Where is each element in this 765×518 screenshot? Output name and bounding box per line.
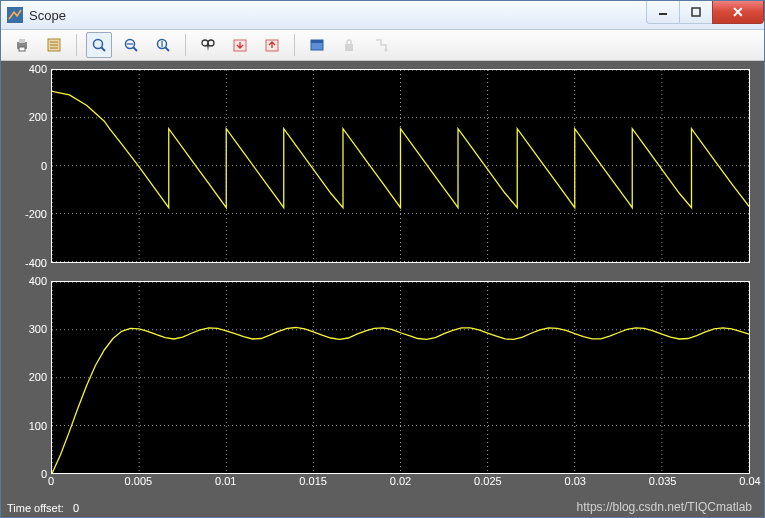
shared-xticks: 00.0050.010.0150.020.0250.030.0350.04 (51, 475, 750, 493)
ytick-label: -200 (11, 208, 47, 220)
xtick-label: 0.005 (125, 475, 153, 487)
svg-rect-24 (345, 44, 353, 51)
axes-2-svg (52, 282, 749, 474)
svg-rect-2 (692, 8, 700, 16)
xtick-label: 0.035 (649, 475, 677, 487)
svg-line-16 (166, 48, 170, 52)
app-icon (7, 7, 23, 23)
toolbar-separator (294, 34, 295, 56)
svg-point-10 (94, 40, 103, 49)
time-offset-label: Time offset: (7, 502, 64, 514)
toolbar-separator (185, 34, 186, 56)
zoom-x-icon[interactable] (118, 32, 144, 58)
titlebar[interactable]: Scope ✕ (1, 1, 764, 30)
xtick-label: 0.03 (565, 475, 586, 487)
window-buttons: ✕ (647, 1, 764, 23)
autoscale-icon[interactable] (195, 32, 221, 58)
time-offset-value: 0 (73, 502, 79, 514)
xtick-label: 0.04 (739, 475, 760, 487)
svg-line-11 (102, 48, 106, 52)
print-icon[interactable] (9, 32, 35, 58)
axes-2-plot[interactable] (51, 281, 750, 475)
ytick-label: 300 (11, 323, 47, 335)
maximize-button[interactable] (679, 1, 713, 24)
ytick-label: 0 (11, 468, 47, 480)
ytick-label: 200 (11, 371, 47, 383)
zoom-icon[interactable] (86, 32, 112, 58)
xtick-label: 0.025 (474, 475, 502, 487)
svg-rect-23 (311, 40, 323, 43)
axes-1: -400-2000200400 (15, 69, 750, 263)
window-title: Scope (29, 8, 66, 23)
svg-point-25 (385, 49, 388, 52)
svg-line-13 (134, 48, 138, 52)
axes-2: 0100200300400 (15, 281, 750, 475)
ytick-label: -400 (11, 257, 47, 269)
svg-rect-0 (7, 7, 23, 23)
ytick-label: 100 (11, 420, 47, 432)
save-axes-icon[interactable] (227, 32, 253, 58)
float-icon[interactable] (304, 32, 330, 58)
xtick-label: 0.02 (390, 475, 411, 487)
axes-2-yticks: 0100200300400 (15, 281, 51, 475)
axes-1-svg (52, 70, 749, 262)
xtick-label: 0.015 (299, 475, 327, 487)
status-bar: Time offset: 0 (7, 502, 79, 514)
zoom-y-icon[interactable] (150, 32, 176, 58)
lock-icon (336, 32, 362, 58)
params-icon[interactable] (41, 32, 67, 58)
scope-window: Scope ✕ (0, 0, 765, 518)
svg-rect-4 (19, 39, 25, 43)
ytick-label: 400 (11, 63, 47, 75)
xtick-label: 0.01 (215, 475, 236, 487)
watermark: https://blog.csdn.net/TIQCmatlab (577, 500, 752, 514)
ytick-label: 400 (11, 275, 47, 287)
signal-select-icon (368, 32, 394, 58)
axes-1-plot[interactable] (51, 69, 750, 263)
ytick-label: 200 (11, 111, 47, 123)
close-button[interactable]: ✕ (712, 1, 764, 24)
toolbar-separator (76, 34, 77, 56)
minimize-button[interactable] (646, 1, 680, 24)
toolbar (1, 30, 764, 61)
axes-1-yticks: -400-2000200400 (15, 69, 51, 263)
xtick-label: 0 (48, 475, 54, 487)
scope-area: -400-2000200400 0100200300400 00.0050.01… (1, 61, 764, 517)
restore-axes-icon[interactable] (259, 32, 285, 58)
ytick-label: 0 (11, 160, 47, 172)
svg-rect-5 (19, 47, 25, 51)
